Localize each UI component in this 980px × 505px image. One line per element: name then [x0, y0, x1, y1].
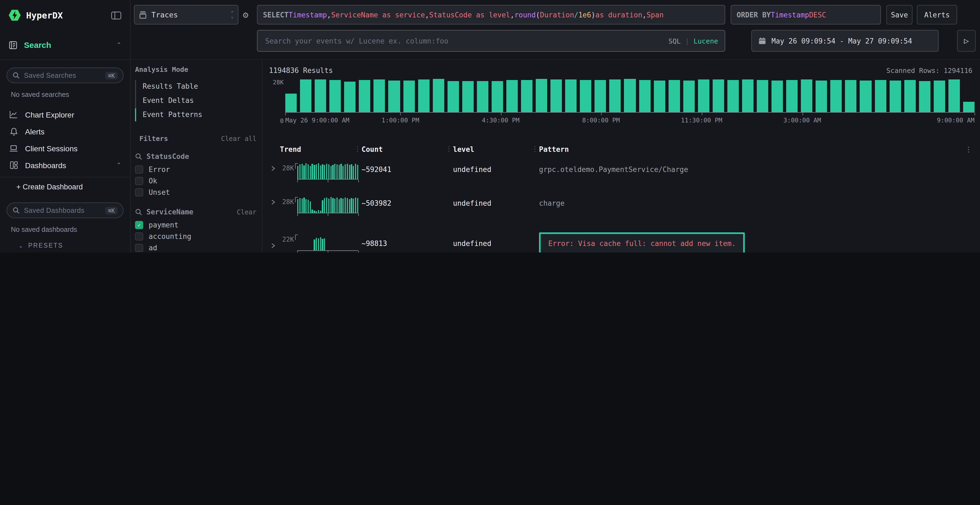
sql-token: ( — [536, 11, 540, 19]
sparkline-bar — [316, 164, 317, 179]
sql-token: DESC — [809, 11, 826, 19]
filter-label: Error — [149, 165, 170, 173]
column-resize-handle[interactable]: ⋮ — [445, 145, 452, 153]
sparkline-tick — [358, 213, 359, 216]
table-menu-icon[interactable]: ⋮ — [963, 145, 975, 154]
table-row[interactable]: 28K~503982undefinedcharge — [266, 195, 975, 221]
sidebar-item-dashboards[interactable]: Dashboards⌃ — [0, 157, 130, 173]
order-by-editor[interactable]: ORDER BY Timestamp DESC — [731, 5, 881, 24]
sidebar-item-chart-explorer[interactable]: Chart Explorer — [0, 106, 130, 123]
histogram-bar — [639, 80, 650, 112]
sparkline-bar — [304, 197, 305, 213]
filter-option-error[interactable]: Error — [130, 164, 262, 175]
chevron-up-icon[interactable]: ⌃ — [116, 41, 121, 48]
saved-dashboards-input[interactable]: Saved Dashboards ⌘K — [6, 202, 124, 218]
run-query-button[interactable]: ▷ — [957, 30, 976, 52]
table-row[interactable]: 22K~98813undefinedError: Visa cache full… — [266, 229, 975, 252]
row-expand-chevron-icon[interactable] — [266, 238, 280, 248]
preset-clickhouse[interactable]: ClickHouse — [18, 251, 130, 252]
histogram-bar — [875, 80, 886, 112]
chevron-up-icon[interactable]: ⌃ — [116, 162, 121, 169]
histogram-bar — [536, 79, 547, 112]
analysis-mode-event-deltas[interactable]: Event Deltas — [135, 93, 262, 107]
clear-filter-button[interactable]: Clear — [237, 208, 256, 216]
sparkline-bar — [318, 163, 319, 179]
sidebar-item-client-sessions[interactable]: Client Sessions — [0, 140, 130, 157]
sparkline-bar — [297, 166, 299, 179]
sparkline-bar — [342, 199, 344, 213]
date-range-picker[interactable]: May 26 09:09:54 - May 27 09:09:54 — [751, 30, 939, 52]
filter-option-payment[interactable]: ✓payment — [130, 219, 262, 231]
histogram-bar — [315, 79, 326, 112]
sparkline-bar — [314, 165, 315, 179]
filter-checkbox[interactable] — [135, 177, 143, 185]
sidebar-item-search[interactable]: Search ⌃ — [0, 30, 130, 60]
filter-items: ✓paymentaccountingadcartcheckoutcurrency… — [130, 219, 262, 252]
filter-checkbox[interactable] — [135, 244, 143, 252]
scanned-rows: Scanned Rows: 1294116 — [886, 67, 972, 75]
sparkline-bar — [353, 199, 354, 213]
bell-icon — [9, 127, 19, 136]
histogram-bar — [300, 79, 312, 112]
histogram-bar — [786, 80, 798, 113]
histogram-bar — [285, 94, 297, 112]
sparkline-bar — [310, 166, 311, 179]
sql-token: Duration — [540, 11, 574, 19]
table-row[interactable]: 28K~592041undefinedgrpc.oteldemo.Payment… — [266, 161, 975, 187]
axis-tick — [285, 113, 286, 115]
highlighted-error-pattern[interactable]: Error: Visa cache full: cannot add new i… — [539, 232, 745, 252]
filter-option-unset[interactable]: Unset — [130, 187, 262, 198]
filter-option-ad[interactable]: ad — [130, 242, 262, 252]
filter-checkbox[interactable]: ✓ — [135, 221, 143, 229]
row-expand-chevron-icon[interactable] — [266, 195, 280, 205]
saved-searches-input[interactable]: Saved Searches ⌘K — [6, 67, 124, 83]
presets-toggle[interactable]: ⌄ PRESETS — [19, 242, 130, 249]
results-area: 1194836 Results Scanned Rows: 1294116 28… — [262, 60, 980, 252]
app-title: HyperDX — [26, 10, 63, 21]
histogram-bar — [550, 80, 562, 112]
row-expand-chevron-icon[interactable] — [266, 161, 280, 172]
sql-token: ORDER BY — [737, 11, 771, 19]
sidebar-item-alerts[interactable]: Alerts — [0, 123, 130, 140]
sql-mode-toggle[interactable]: SQL — [668, 37, 681, 45]
analysis-mode-event-patterns[interactable]: Event Patterns — [135, 107, 262, 121]
sparkline-bar — [305, 199, 307, 213]
alerts-button[interactable]: Alerts — [917, 5, 957, 24]
create-dashboard-button[interactable]: + Create Dashboard — [0, 178, 130, 195]
filter-group-header: ServiceNameClear — [130, 208, 262, 216]
clear-all-filters-button[interactable]: Clear all — [221, 135, 256, 142]
histogram-bar — [388, 81, 400, 112]
save-button[interactable]: Save — [886, 5, 913, 24]
axis-tick — [975, 113, 975, 115]
analysis-mode-results-table[interactable]: Results Table — [135, 79, 262, 93]
source-select[interactable]: Traces ⌃⌄ — [134, 5, 239, 24]
column-resize-handle[interactable]: ⋮ — [354, 145, 361, 153]
search-icon — [135, 153, 142, 160]
sparkline-tick — [328, 179, 328, 182]
sparkline-bar — [316, 238, 317, 250]
chevron-down-icon: ⌄ — [19, 243, 24, 248]
gear-icon[interactable]: ⚙ — [243, 9, 248, 20]
column-resize-handle[interactable]: ⋮ — [531, 145, 538, 153]
lucene-mode-toggle[interactable]: Lucene — [694, 37, 718, 45]
axis-tick-label: 8:00:00 PM — [582, 116, 620, 124]
date-range-value: May 26 09:09:54 - May 27 09:09:54 — [772, 37, 912, 45]
filter-group-statuscode: StatusCodeErrorOkUnset — [130, 152, 262, 198]
sparkline-bar — [324, 239, 325, 251]
filter-option-accounting[interactable]: accounting — [130, 231, 262, 242]
histogram-bar — [344, 82, 356, 112]
search-input[interactable] — [264, 36, 668, 45]
events-histogram: 28K 0 May 26 9:00:00 AM1:00:00 PM4:30:00… — [266, 79, 975, 125]
filter-checkbox[interactable] — [135, 165, 143, 173]
sql-select-editor[interactable]: SELECT Timestamp, ServiceName as service… — [257, 5, 725, 24]
sidebar-item-label: Client Sessions — [25, 144, 78, 152]
histogram-bar — [462, 81, 474, 112]
sidebar-collapse-icon[interactable] — [111, 11, 121, 19]
filter-checkbox[interactable] — [135, 232, 143, 241]
search-icon — [135, 208, 142, 216]
filter-option-ok[interactable]: Ok — [130, 175, 262, 187]
filter-group-header: StatusCode — [130, 152, 262, 160]
sparkline-bar — [342, 166, 344, 179]
filter-checkbox[interactable] — [135, 188, 143, 197]
histogram-bar — [418, 80, 429, 112]
